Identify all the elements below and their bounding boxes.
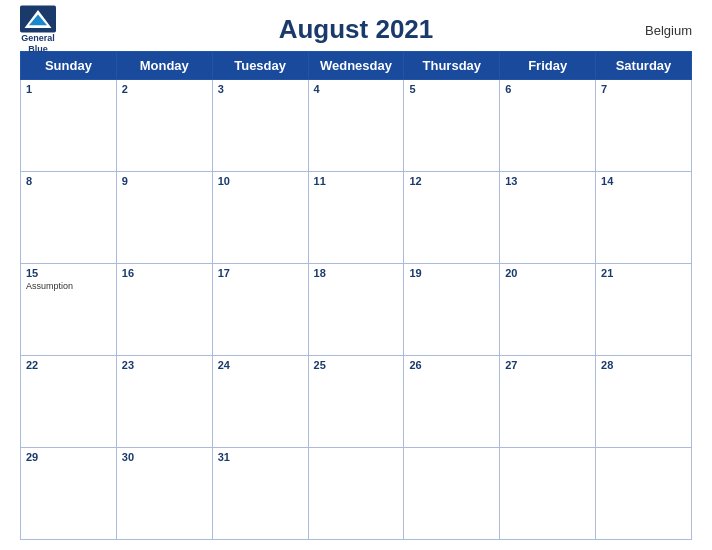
day-cell: 7 bbox=[596, 80, 692, 172]
day-number: 22 bbox=[26, 359, 111, 371]
day-cell: 23 bbox=[116, 356, 212, 448]
day-number: 20 bbox=[505, 267, 590, 279]
day-event: Assumption bbox=[26, 281, 111, 291]
day-cell: 21 bbox=[596, 264, 692, 356]
weekday-header-friday: Friday bbox=[500, 52, 596, 80]
week-row-3: 15Assumption161718192021 bbox=[21, 264, 692, 356]
week-row-2: 891011121314 bbox=[21, 172, 692, 264]
day-cell: 26 bbox=[404, 356, 500, 448]
day-cell bbox=[404, 448, 500, 540]
day-number: 11 bbox=[314, 175, 399, 187]
day-number: 26 bbox=[409, 359, 494, 371]
day-number: 6 bbox=[505, 83, 590, 95]
day-cell: 28 bbox=[596, 356, 692, 448]
day-number: 28 bbox=[601, 359, 686, 371]
day-number: 7 bbox=[601, 83, 686, 95]
day-cell: 31 bbox=[212, 448, 308, 540]
weekday-header-tuesday: Tuesday bbox=[212, 52, 308, 80]
day-number: 25 bbox=[314, 359, 399, 371]
day-cell bbox=[500, 448, 596, 540]
day-cell: 12 bbox=[404, 172, 500, 264]
week-row-1: 1234567 bbox=[21, 80, 692, 172]
week-row-5: 293031 bbox=[21, 448, 692, 540]
calendar-table: SundayMondayTuesdayWednesdayThursdayFrid… bbox=[20, 51, 692, 540]
day-cell: 2 bbox=[116, 80, 212, 172]
day-number: 8 bbox=[26, 175, 111, 187]
country-label: Belgium bbox=[645, 22, 692, 37]
day-number: 21 bbox=[601, 267, 686, 279]
day-number: 24 bbox=[218, 359, 303, 371]
day-number: 15 bbox=[26, 267, 111, 279]
day-cell: 10 bbox=[212, 172, 308, 264]
day-cell: 11 bbox=[308, 172, 404, 264]
day-cell: 4 bbox=[308, 80, 404, 172]
day-number: 9 bbox=[122, 175, 207, 187]
weekday-header-wednesday: Wednesday bbox=[308, 52, 404, 80]
weekday-header-saturday: Saturday bbox=[596, 52, 692, 80]
week-row-4: 22232425262728 bbox=[21, 356, 692, 448]
day-cell: 9 bbox=[116, 172, 212, 264]
day-number: 5 bbox=[409, 83, 494, 95]
day-cell: 1 bbox=[21, 80, 117, 172]
day-number: 30 bbox=[122, 451, 207, 463]
day-cell bbox=[308, 448, 404, 540]
day-number: 23 bbox=[122, 359, 207, 371]
day-number: 2 bbox=[122, 83, 207, 95]
day-cell: 19 bbox=[404, 264, 500, 356]
day-cell: 16 bbox=[116, 264, 212, 356]
day-number: 1 bbox=[26, 83, 111, 95]
weekday-header-sunday: Sunday bbox=[21, 52, 117, 80]
calendar-title: August 2021 bbox=[279, 14, 434, 45]
logo-icon bbox=[20, 5, 56, 33]
day-cell bbox=[596, 448, 692, 540]
logo: General Blue bbox=[20, 5, 56, 55]
day-number: 12 bbox=[409, 175, 494, 187]
day-number: 18 bbox=[314, 267, 399, 279]
day-cell: 5 bbox=[404, 80, 500, 172]
day-number: 31 bbox=[218, 451, 303, 463]
day-cell: 24 bbox=[212, 356, 308, 448]
day-number: 16 bbox=[122, 267, 207, 279]
day-cell: 29 bbox=[21, 448, 117, 540]
day-number: 3 bbox=[218, 83, 303, 95]
day-cell: 14 bbox=[596, 172, 692, 264]
day-number: 17 bbox=[218, 267, 303, 279]
day-number: 27 bbox=[505, 359, 590, 371]
weekday-header-thursday: Thursday bbox=[404, 52, 500, 80]
day-cell: 6 bbox=[500, 80, 596, 172]
weekday-header-monday: Monday bbox=[116, 52, 212, 80]
day-cell: 22 bbox=[21, 356, 117, 448]
day-cell: 13 bbox=[500, 172, 596, 264]
day-number: 14 bbox=[601, 175, 686, 187]
day-cell: 8 bbox=[21, 172, 117, 264]
day-cell: 15Assumption bbox=[21, 264, 117, 356]
calendar-header: General Blue August 2021 Belgium bbox=[20, 14, 692, 45]
logo-text-line1: General bbox=[21, 33, 55, 44]
day-cell: 30 bbox=[116, 448, 212, 540]
day-cell: 27 bbox=[500, 356, 596, 448]
day-cell: 18 bbox=[308, 264, 404, 356]
day-number: 10 bbox=[218, 175, 303, 187]
day-number: 29 bbox=[26, 451, 111, 463]
day-number: 4 bbox=[314, 83, 399, 95]
day-number: 19 bbox=[409, 267, 494, 279]
day-cell: 25 bbox=[308, 356, 404, 448]
day-cell: 20 bbox=[500, 264, 596, 356]
logo-text-line2: Blue bbox=[28, 44, 48, 55]
day-number: 13 bbox=[505, 175, 590, 187]
day-cell: 3 bbox=[212, 80, 308, 172]
weekday-header-row: SundayMondayTuesdayWednesdayThursdayFrid… bbox=[21, 52, 692, 80]
day-cell: 17 bbox=[212, 264, 308, 356]
